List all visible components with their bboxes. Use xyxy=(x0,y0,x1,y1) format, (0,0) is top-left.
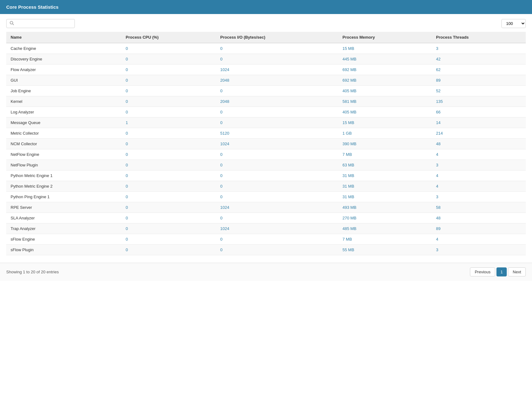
cell-cpu[interactable]: 0 xyxy=(121,96,216,107)
cell-cpu[interactable]: 0 xyxy=(121,65,216,75)
search-icon xyxy=(10,21,14,26)
table-row: sFlow Engine007 MB4 xyxy=(6,234,526,245)
cell-threads[interactable]: 89 xyxy=(432,75,526,86)
cell-io[interactable]: 0 xyxy=(216,245,338,255)
cell-io[interactable]: 1024 xyxy=(216,65,338,75)
cell-cpu[interactable]: 0 xyxy=(121,43,216,54)
cell-cpu[interactable]: 0 xyxy=(121,213,216,223)
cell-threads[interactable]: 4 xyxy=(432,181,526,192)
cell-io[interactable]: 0 xyxy=(216,160,338,170)
table-row: GUI02048692 MB89 xyxy=(6,75,526,86)
table-body: Cache Engine0015 MB3Discovery Engine0044… xyxy=(6,43,526,255)
cell-threads[interactable]: 3 xyxy=(432,160,526,170)
cell-io[interactable]: 0 xyxy=(216,43,338,54)
cell-memory[interactable]: 63 MB xyxy=(338,160,432,170)
cell-io[interactable]: 0 xyxy=(216,107,338,117)
cell-threads[interactable]: 62 xyxy=(432,65,526,75)
cell-memory[interactable]: 493 MB xyxy=(338,202,432,213)
cell-io[interactable]: 0 xyxy=(216,149,338,160)
cell-memory[interactable]: 31 MB xyxy=(338,181,432,192)
cell-memory[interactable]: 1 GB xyxy=(338,128,432,139)
cell-cpu[interactable]: 0 xyxy=(121,223,216,234)
cell-name: sFlow Engine xyxy=(6,234,121,245)
cell-cpu[interactable]: 0 xyxy=(121,86,216,96)
table-header: Name Process CPU (%) Process I/O (Bytes/… xyxy=(6,32,526,43)
cell-threads[interactable]: 4 xyxy=(432,234,526,245)
page-wrapper: Core Process Statistics 10 25 50 100 xyxy=(0,0,532,398)
cell-cpu[interactable]: 1 xyxy=(121,117,216,128)
cell-memory[interactable]: 390 MB xyxy=(338,139,432,149)
cell-memory[interactable]: 15 MB xyxy=(338,117,432,128)
cell-io[interactable]: 0 xyxy=(216,117,338,128)
cell-memory[interactable]: 270 MB xyxy=(338,213,432,223)
cell-cpu[interactable]: 0 xyxy=(121,245,216,255)
cell-memory[interactable]: 405 MB xyxy=(338,107,432,117)
cell-threads[interactable]: 3 xyxy=(432,245,526,255)
current-page-button[interactable]: 1 xyxy=(496,267,507,276)
cell-cpu[interactable]: 0 xyxy=(121,192,216,202)
cell-threads[interactable]: 66 xyxy=(432,107,526,117)
cell-io[interactable]: 0 xyxy=(216,234,338,245)
cell-cpu[interactable]: 0 xyxy=(121,139,216,149)
cell-io[interactable]: 0 xyxy=(216,170,338,181)
page-header: Core Process Statistics xyxy=(0,0,532,14)
cell-memory[interactable]: 31 MB xyxy=(338,192,432,202)
cell-threads[interactable]: 42 xyxy=(432,54,526,65)
cell-cpu[interactable]: 0 xyxy=(121,181,216,192)
cell-cpu[interactable]: 0 xyxy=(121,202,216,213)
cell-threads[interactable]: 3 xyxy=(432,192,526,202)
cell-io[interactable]: 0 xyxy=(216,54,338,65)
cell-threads[interactable]: 58 xyxy=(432,202,526,213)
cell-threads[interactable]: 4 xyxy=(432,149,526,160)
cell-cpu[interactable]: 0 xyxy=(121,54,216,65)
cell-io[interactable]: 0 xyxy=(216,181,338,192)
cell-io[interactable]: 5120 xyxy=(216,128,338,139)
cell-cpu[interactable]: 0 xyxy=(121,107,216,117)
cell-io[interactable]: 0 xyxy=(216,192,338,202)
cell-threads[interactable]: 48 xyxy=(432,213,526,223)
cell-cpu[interactable]: 0 xyxy=(121,160,216,170)
cell-io[interactable]: 2048 xyxy=(216,75,338,86)
previous-button[interactable]: Previous xyxy=(470,267,495,276)
cell-cpu[interactable]: 0 xyxy=(121,75,216,86)
cell-name: RPE Server xyxy=(6,202,121,213)
cell-memory[interactable]: 7 MB xyxy=(338,149,432,160)
cell-memory[interactable]: 692 MB xyxy=(338,65,432,75)
cell-memory[interactable]: 31 MB xyxy=(338,170,432,181)
cell-cpu[interactable]: 0 xyxy=(121,149,216,160)
cell-memory[interactable]: 405 MB xyxy=(338,86,432,96)
svg-line-1 xyxy=(12,24,14,25)
cell-cpu[interactable]: 0 xyxy=(121,234,216,245)
cell-threads[interactable]: 4 xyxy=(432,170,526,181)
cell-threads[interactable]: 14 xyxy=(432,117,526,128)
next-button[interactable]: Next xyxy=(508,267,526,276)
cell-threads[interactable]: 135 xyxy=(432,96,526,107)
cell-memory[interactable]: 7 MB xyxy=(338,234,432,245)
cell-io[interactable]: 0 xyxy=(216,86,338,96)
cell-io[interactable]: 1024 xyxy=(216,202,338,213)
table-row: Cache Engine0015 MB3 xyxy=(6,43,526,54)
cell-io[interactable]: 1024 xyxy=(216,223,338,234)
cell-memory[interactable]: 581 MB xyxy=(338,96,432,107)
cell-memory[interactable]: 15 MB xyxy=(338,43,432,54)
cell-threads[interactable]: 52 xyxy=(432,86,526,96)
toolbar: 10 25 50 100 xyxy=(6,19,526,28)
cell-memory[interactable]: 485 MB xyxy=(338,223,432,234)
cell-threads[interactable]: 48 xyxy=(432,139,526,149)
cell-threads[interactable]: 214 xyxy=(432,128,526,139)
cell-io[interactable]: 0 xyxy=(216,213,338,223)
cell-threads[interactable]: 89 xyxy=(432,223,526,234)
pagination: Previous 1 Next xyxy=(470,267,526,276)
cell-cpu[interactable]: 0 xyxy=(121,170,216,181)
per-page-select[interactable]: 10 25 50 100 xyxy=(501,19,526,28)
search-input[interactable] xyxy=(16,21,71,26)
cell-io[interactable]: 1024 xyxy=(216,139,338,149)
cell-memory[interactable]: 55 MB xyxy=(338,245,432,255)
cell-memory[interactable]: 445 MB xyxy=(338,54,432,65)
cell-io[interactable]: 2048 xyxy=(216,96,338,107)
table-row: Flow Analyzer01024692 MB62 xyxy=(6,65,526,75)
cell-name: Job Engine xyxy=(6,86,121,96)
cell-cpu[interactable]: 0 xyxy=(121,128,216,139)
cell-threads[interactable]: 3 xyxy=(432,43,526,54)
cell-memory[interactable]: 692 MB xyxy=(338,75,432,86)
